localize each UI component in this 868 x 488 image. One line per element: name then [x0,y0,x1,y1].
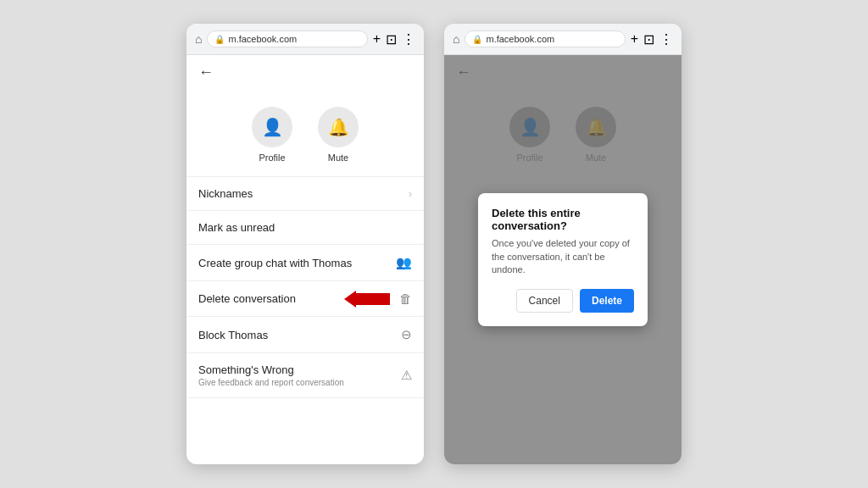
tab-switcher-icon[interactable]: ⊡ [386,31,397,47]
browser-bar: ⌂ 🔒 m.facebook.com + ⊡ ⋮ [186,24,424,55]
right-menu-dots-icon[interactable]: ⋮ [659,31,673,47]
create-group-item[interactable]: Create group chat with Thomas 👥 [186,245,424,281]
delete-conv-item[interactable]: Delete conversation 🗑 [186,281,424,317]
home-icon[interactable]: ⌂ [195,32,202,46]
right-url-bar[interactable]: 🔒 m.facebook.com [465,30,625,47]
nicknames-item[interactable]: Nicknames › [186,177,424,211]
mute-icon-circle: 🔔 [318,107,359,147]
red-arrow-annotation [344,291,390,308]
dim-overlay: Delete this entire conversation? Once yo… [444,55,682,464]
profile-icon: 👤 [262,117,283,137]
profile-label: Profile [259,152,285,163]
block-title: Block Thomas [198,329,268,341]
nicknames-title: Nicknames [198,187,253,200]
something-wrong-title: Something's Wrong [198,363,344,376]
right-phone: ⌂ 🔒 m.facebook.com + ⊡ ⋮ ← 👤 Profile 🔔 M… [444,24,682,464]
warning-icon: ⚠ [401,368,412,383]
mark-unread-title: Mark as unread [198,221,275,234]
lock-icon: 🔒 [214,35,225,44]
something-wrong-item[interactable]: Something's Wrong Give feedback and repo… [186,353,424,398]
delete-conv-title: Delete conversation [198,292,296,305]
group-icon: 👥 [396,255,412,270]
dialog-body: Once you've deleted your copy of the con… [492,237,634,276]
mute-label: Mute [328,152,348,163]
trash-icon: 🗑 [399,291,412,306]
something-wrong-subtitle: Give feedback and report conversation [198,378,344,387]
mute-action[interactable]: 🔔 Mute [318,107,359,163]
right-home-icon[interactable]: ⌂ [453,32,459,46]
left-phone: ⌂ 🔒 m.facebook.com + ⊡ ⋮ ← 👤 Profile 🔔 M… [186,24,424,464]
menu-dots-icon[interactable]: ⋮ [402,31,415,47]
mark-unread-item[interactable]: Mark as unread [186,211,424,245]
right-content: ← 👤 Profile 🔔 Mute Delete this entire co… [444,55,682,464]
new-tab-icon[interactable]: + [373,31,381,47]
cancel-button[interactable]: Cancel [516,289,573,313]
dialog-buttons: Cancel Delete [492,289,634,313]
url-text: m.facebook.com [228,34,297,44]
back-button[interactable]: ← [186,55,424,90]
profile-icon-circle: 👤 [252,107,292,147]
create-group-title: Create group chat with Thomas [198,257,352,269]
right-lock-icon: 🔒 [472,35,482,44]
right-browser-bar: ⌂ 🔒 m.facebook.com + ⊡ ⋮ [444,24,682,55]
profile-action[interactable]: 👤 Profile [252,107,292,163]
left-content: ← 👤 Profile 🔔 Mute Nicknames [186,55,424,464]
menu-list: Nicknames › Mark as unread Create group … [186,176,424,398]
right-url-text: m.facebook.com [486,34,554,44]
dialog-title: Delete this entire conversation? [492,207,634,232]
delete-dialog: Delete this entire conversation? Once yo… [478,193,648,325]
arrow-head [344,291,356,308]
block-icon: ⊖ [401,327,412,342]
url-bar[interactable]: 🔒 m.facebook.com [207,30,367,47]
chevron-icon: › [409,188,412,200]
delete-button[interactable]: Delete [580,289,634,313]
arrow-body [356,293,390,305]
right-tab-switcher-icon[interactable]: ⊡ [643,31,654,47]
action-icons-row: 👤 Profile 🔔 Mute [186,90,424,176]
mute-icon: 🔔 [328,117,349,137]
right-new-tab-icon[interactable]: + [631,31,638,47]
block-item[interactable]: Block Thomas ⊖ [186,317,424,353]
